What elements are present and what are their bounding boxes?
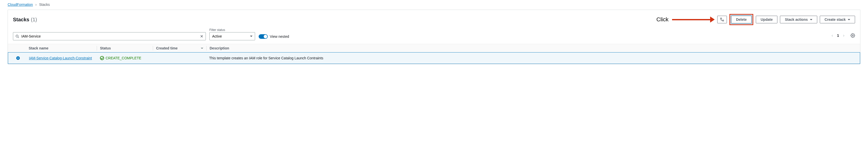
- prev-page-button[interactable]: ‹: [831, 32, 834, 39]
- created-time-cell: [153, 57, 206, 59]
- search-icon: [16, 34, 19, 38]
- click-annotation: Click: [656, 16, 715, 23]
- filter-status-label: Filter status: [209, 28, 255, 32]
- arrow-icon: [672, 16, 715, 23]
- gear-icon: [850, 33, 855, 38]
- stack-actions-label: Stack actions: [785, 17, 808, 22]
- col-description[interactable]: Description: [207, 44, 855, 52]
- row-radio-selected[interactable]: [16, 56, 20, 60]
- check-circle-icon: [100, 56, 104, 60]
- filter-status-select[interactable]: Active: [209, 32, 255, 40]
- view-nested-toggle[interactable]: [259, 34, 268, 39]
- breadcrumb-current: Stacks: [39, 3, 50, 7]
- stack-actions-button[interactable]: Stack actions: [780, 16, 817, 23]
- caret-down-icon: [810, 19, 812, 20]
- search-wrap: ✕: [13, 32, 206, 40]
- filter-status: Filter status Active: [209, 28, 255, 40]
- breadcrumb: CloudFormation › Stacks: [8, 3, 860, 7]
- view-nested-label: View nested: [270, 34, 289, 39]
- clear-search-icon[interactable]: ✕: [200, 34, 203, 39]
- col-created-label: Created time: [156, 46, 178, 50]
- breadcrumb-root-link[interactable]: CloudFormation: [8, 3, 33, 7]
- annotation-text: Click: [656, 16, 669, 23]
- svg-point-0: [720, 18, 721, 19]
- col-stack-name[interactable]: Stack name: [26, 44, 97, 52]
- update-button[interactable]: Update: [756, 16, 777, 23]
- search-input[interactable]: [13, 32, 206, 40]
- col-select: [13, 46, 26, 50]
- page-title: Stacks: [13, 17, 29, 23]
- chevron-right-icon: ›: [35, 3, 37, 7]
- table-header: Stack name Status Created time Descripti…: [8, 44, 860, 52]
- diff-icon: [720, 17, 724, 22]
- next-page-button[interactable]: ›: [842, 32, 845, 39]
- description-cell: This template creates an IAM role for Se…: [206, 55, 855, 61]
- create-stack-label: Create stack: [825, 17, 846, 22]
- status-badge: CREATE_COMPLETE: [100, 56, 150, 60]
- settings-button[interactable]: [850, 33, 855, 38]
- col-status[interactable]: Status: [97, 44, 153, 52]
- stack-name-link[interactable]: IAM-Service-Catalog-Launch-Constraint: [29, 56, 92, 60]
- sort-desc-icon: [201, 48, 203, 49]
- caret-down-icon: [848, 19, 850, 20]
- view-diff-button[interactable]: [717, 16, 727, 23]
- status-text: CREATE_COMPLETE: [105, 56, 142, 60]
- filter-row: ✕ Filter status Active View nested ‹ 1 ›: [8, 27, 860, 44]
- action-buttons: Click Delete Update Stack actions Cr: [656, 14, 855, 25]
- page-number: 1: [837, 33, 839, 38]
- stack-count: (1): [31, 17, 37, 23]
- delete-button[interactable]: Delete: [731, 16, 751, 23]
- view-nested-toggle-wrap: View nested: [259, 34, 289, 39]
- table-row[interactable]: IAM-Service-Catalog-Launch-Constraint CR…: [8, 52, 860, 64]
- svg-line-3: [18, 37, 19, 38]
- delete-highlight: Delete: [730, 14, 753, 25]
- col-created-time[interactable]: Created time: [153, 44, 206, 52]
- panel-header: Stacks (1) Click Delete Update Stac: [8, 10, 860, 27]
- svg-point-1: [722, 20, 723, 21]
- pagination: ‹ 1 ›: [831, 32, 855, 39]
- svg-point-4: [852, 35, 854, 36]
- create-stack-button[interactable]: Create stack: [820, 16, 855, 23]
- svg-point-2: [16, 35, 18, 37]
- stacks-panel: Stacks (1) Click Delete Update Stac: [8, 10, 860, 64]
